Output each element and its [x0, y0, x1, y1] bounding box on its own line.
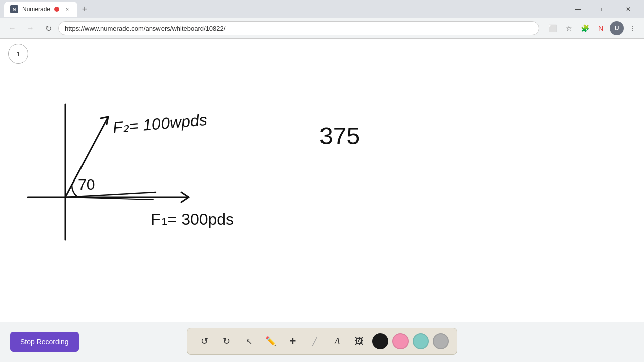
- nav-bar: ← → ↻ https://www.numerade.com/answers/w…: [0, 18, 644, 38]
- minimize-button[interactable]: —: [567, 2, 590, 17]
- title-bar: N Numerade × + — □ ✕: [0, 0, 644, 18]
- page-indicator: 1: [8, 44, 28, 64]
- reload-button[interactable]: ↻: [40, 20, 56, 36]
- nav-extras: ⬜ ☆ 🧩 N U ⋮: [545, 21, 640, 35]
- tab-title: Numerade: [22, 6, 50, 13]
- browser-chrome: N Numerade × + — □ ✕ ← → ↻ https://www.n…: [0, 0, 644, 39]
- cast-icon[interactable]: ⬜: [545, 21, 559, 35]
- bookmark-icon[interactable]: ☆: [561, 21, 576, 35]
- profile-avatar[interactable]: U: [610, 21, 624, 35]
- plus-icon: +: [290, 335, 296, 348]
- svg-text:F₁= 300pds: F₁= 300pds: [151, 210, 234, 228]
- drawing-toolbar: ↺ ↻ ↖ ✏️ + ╱ A 🖼: [187, 328, 457, 355]
- add-button[interactable]: +: [284, 332, 302, 350]
- text-tool-button[interactable]: A: [328, 332, 346, 350]
- redo-icon: ↻: [223, 336, 230, 347]
- pen-tool-button[interactable]: ✏️: [262, 332, 280, 350]
- whiteboard-area: 1 F₂= 100wpds 70 F₁= 300pds 375: [0, 39, 644, 322]
- back-button[interactable]: ←: [4, 20, 20, 36]
- svg-text:70: 70: [78, 176, 95, 193]
- browser-tab[interactable]: N Numerade ×: [4, 2, 77, 17]
- image-tool-button[interactable]: 🖼: [350, 332, 368, 350]
- undo-button[interactable]: ↺: [195, 332, 213, 350]
- image-icon: 🖼: [355, 336, 364, 347]
- address-bar[interactable]: https://www.numerade.com/answers/whitebo…: [58, 21, 539, 35]
- bottom-toolbar: Stop Recording ↺ ↻ ↖ ✏️ + ╱ A 🖼: [0, 322, 644, 362]
- text-icon: A: [335, 336, 340, 347]
- svg-text:375: 375: [319, 123, 360, 149]
- page-number: 1: [16, 50, 20, 58]
- tab-close-button[interactable]: ×: [63, 5, 71, 13]
- stop-recording-button[interactable]: Stop Recording: [10, 332, 79, 352]
- numerade-extension-icon[interactable]: N: [594, 21, 608, 35]
- eraser-icon: ╱: [312, 337, 317, 346]
- forward-button[interactable]: →: [22, 20, 38, 36]
- url-text: https://www.numerade.com/answers/whitebo…: [65, 25, 533, 32]
- redo-button[interactable]: ↻: [217, 332, 235, 350]
- menu-icon[interactable]: ⋮: [626, 21, 640, 35]
- close-button[interactable]: ✕: [617, 2, 640, 17]
- extension-icon[interactable]: 🧩: [578, 21, 592, 35]
- window-controls: — □ ✕: [567, 2, 640, 17]
- select-tool-button[interactable]: ↖: [239, 332, 258, 350]
- maximize-button[interactable]: □: [592, 2, 615, 17]
- color-gray-swatch[interactable]: [433, 333, 449, 349]
- undo-icon: ↺: [201, 336, 208, 347]
- tab-recording-dot: [54, 7, 59, 12]
- color-pink-swatch[interactable]: [392, 333, 409, 349]
- pen-icon: ✏️: [265, 336, 276, 347]
- new-tab-button[interactable]: +: [77, 2, 92, 16]
- cursor-icon: ↖: [246, 337, 252, 346]
- color-black-swatch[interactable]: [372, 333, 388, 349]
- tab-favicon: N: [10, 5, 18, 13]
- whiteboard-canvas[interactable]: F₂= 100wpds 70 F₁= 300pds 375: [0, 39, 644, 322]
- svg-text:F₂= 100wpds: F₂= 100wpds: [112, 111, 208, 137]
- eraser-button[interactable]: ╱: [306, 332, 324, 350]
- color-teal-swatch[interactable]: [413, 333, 429, 349]
